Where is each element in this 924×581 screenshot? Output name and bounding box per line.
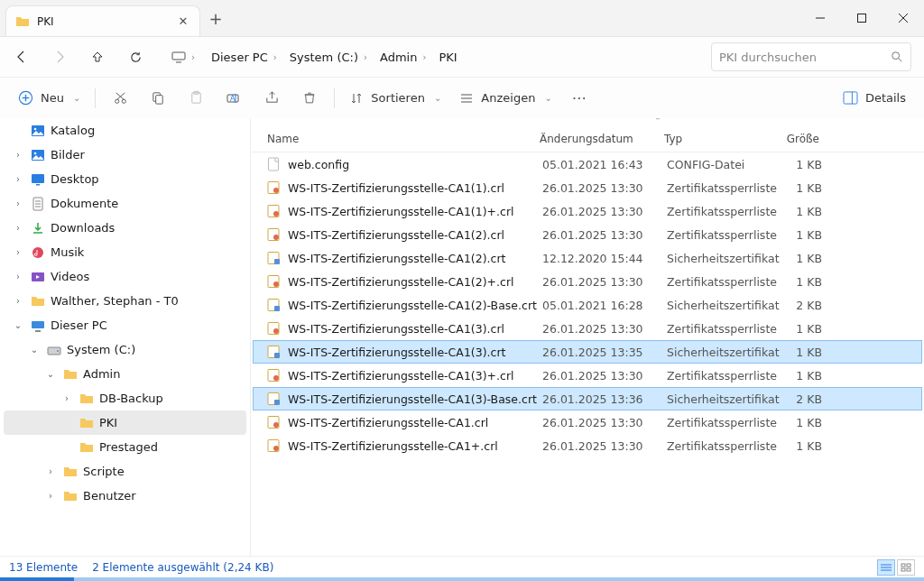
breadcrumb[interactable]: Dieser PC›System (C:)›Admin›PKI (202, 42, 709, 71)
tree-item[interactable]: ›Scripte (4, 459, 246, 484)
breadcrumb-segment[interactable]: Admin› (374, 44, 431, 69)
file-size: 1 KB (773, 158, 831, 171)
thumbnails-view-icon[interactable] (897, 559, 915, 576)
file-row[interactable]: web.config05.01.2021 16:43CONFIG-Datei1 … (253, 152, 922, 176)
tree-caret-icon[interactable]: › (11, 223, 25, 233)
file-row[interactable]: WS-ITS-Zertifizierungsstelle-CA1(3)+.crl… (253, 364, 922, 387)
tree-item[interactable]: ›Desktop (4, 167, 246, 191)
svg-line-7 (899, 59, 902, 62)
up-button[interactable] (79, 39, 116, 75)
tree-caret-icon[interactable]: › (11, 198, 25, 208)
tree-item[interactable]: ›Videos (4, 264, 246, 289)
tree-item[interactable]: ›Downloads (4, 216, 246, 240)
column-headers[interactable]: Name Änderungsdatum Typ Größe (251, 125, 924, 152)
cut-button[interactable] (103, 83, 137, 114)
file-row[interactable]: WS-ITS-Zertifizierungsstelle-CA1(2).crt1… (253, 246, 922, 270)
forward-button[interactable] (42, 39, 78, 75)
file-list[interactable]: web.config05.01.2021 16:43CONFIG-Datei1 … (251, 152, 924, 556)
refresh-button[interactable] (117, 39, 153, 75)
svg-line-14 (117, 93, 125, 100)
file-row[interactable]: WS-ITS-Zertifizierungsstelle-CA1(1).crl2… (253, 176, 922, 199)
file-size: 1 KB (773, 346, 831, 359)
breadcrumb-segment[interactable]: System (C:)› (284, 44, 373, 69)
tree-item[interactable]: ⌄System (C:) (4, 337, 246, 362)
sort-button[interactable]: Sortieren ⌄ (342, 83, 448, 114)
tree-caret-icon[interactable]: › (60, 393, 74, 403)
file-name: WS-ITS-Zertifizierungsstelle-CA1(1).crl (288, 181, 504, 195)
new-tab-button[interactable]: + (200, 9, 231, 28)
tree-caret-icon[interactable]: › (43, 491, 58, 501)
file-row[interactable]: WS-ITS-Zertifizierungsstelle-CA1(3)-Base… (253, 387, 922, 410)
details-view-icon[interactable] (877, 559, 895, 576)
tree-caret-icon[interactable]: ⌄ (27, 345, 42, 355)
tree-item[interactable]: ⌄Dieser PC (4, 313, 246, 337)
column-type[interactable]: Typ (664, 133, 771, 145)
chevron-right-icon: › (364, 52, 367, 62)
separator (95, 88, 96, 108)
tree-item[interactable]: ›Benutzer (4, 484, 246, 508)
overflow-button[interactable]: ⋯ (563, 83, 597, 114)
breadcrumb-root[interactable]: › (166, 44, 200, 69)
file-row[interactable]: WS-ITS-Zertifizierungsstelle-CA1(1)+.crl… (253, 199, 922, 223)
file-row[interactable]: WS-ITS-Zertifizierungsstelle-CA1(3).crt2… (253, 340, 922, 364)
file-row[interactable]: WS-ITS-Zertifizierungsstelle-CA1(3).crl2… (253, 317, 922, 340)
tree-item-label: Katalog (51, 124, 246, 137)
minimize-button[interactable] (799, 0, 841, 36)
tree-item[interactable]: ›Musik (4, 240, 246, 264)
file-row[interactable]: WS-ITS-Zertifizierungsstelle-CA1(2).crl2… (253, 223, 922, 246)
details-pane-button[interactable]: Details (836, 83, 913, 114)
maximize-button[interactable] (841, 0, 882, 36)
tree-item-label: Videos (51, 270, 246, 283)
tree-item[interactable]: ›DB-Backup (4, 386, 246, 410)
back-button[interactable] (4, 39, 40, 75)
file-date: 05.01.2021 16:43 (542, 158, 667, 171)
tree-item[interactable]: Katalog (4, 118, 246, 143)
file-row[interactable]: WS-ITS-Zertifizierungsstelle-CA1+.crl26.… (253, 434, 922, 457)
view-button[interactable]: Anzeigen ⌄ (452, 83, 559, 114)
tree-caret-icon[interactable]: › (11, 272, 25, 281)
tree-caret-icon[interactable]: › (11, 296, 25, 306)
tree-item[interactable]: ›Bilder (4, 143, 246, 167)
tree-item[interactable]: ›Walther, Stephan - T0 (4, 289, 246, 313)
share-button[interactable] (254, 83, 289, 114)
file-name: WS-ITS-Zertifizierungsstelle-CA1.crl (288, 416, 488, 429)
tree-caret-icon[interactable]: › (11, 150, 25, 160)
rename-button[interactable]: A (217, 83, 251, 114)
new-button[interactable]: Neu ⌄ (11, 83, 88, 114)
tree-item[interactable]: ⌄Admin (4, 362, 246, 386)
tree-caret-icon[interactable]: › (11, 247, 25, 257)
tab-close-button[interactable]: ✕ (176, 14, 190, 29)
tree-item-label: Desktop (51, 172, 246, 186)
tree-item[interactable]: PKI (4, 410, 246, 435)
tree-caret-icon[interactable]: › (43, 466, 58, 476)
breadcrumb-segment[interactable]: PKI (433, 44, 462, 69)
file-icon (266, 298, 281, 312)
file-row[interactable]: WS-ITS-Zertifizierungsstelle-CA1(2)-Base… (253, 293, 922, 317)
column-date[interactable]: Änderungsdatum (540, 133, 664, 145)
svg-point-45 (57, 350, 59, 352)
close-window-button[interactable] (882, 0, 924, 36)
nav-tree[interactable]: Katalog›Bilder›Desktop›Dokumente›Downloa… (0, 118, 251, 556)
breadcrumb-segment[interactable]: Dieser PC› (206, 44, 282, 69)
file-type: Zertifikatssperrliste (667, 369, 773, 383)
view-toggle[interactable] (877, 559, 915, 576)
column-size[interactable]: Größe (771, 133, 828, 145)
file-row[interactable]: WS-ITS-Zertifizierungsstelle-CA1(2)+.crl… (253, 270, 922, 293)
file-name: WS-ITS-Zertifizierungsstelle-CA1(1)+.crl (288, 205, 514, 218)
window-tab[interactable]: PKI ✕ (5, 5, 200, 36)
copy-button[interactable] (141, 83, 175, 114)
sort-button-label: Sortieren (371, 91, 425, 105)
search-field[interactable]: PKI durchsuchen (711, 42, 911, 71)
toolbar: Neu ⌄ A Sortieren ⌄ Anzeigen ⌄ ⋯ Details (0, 77, 924, 118)
tree-item[interactable]: ›Dokumente (4, 191, 246, 216)
svg-line-13 (116, 93, 125, 100)
tree-item[interactable]: Prestaged (4, 435, 246, 459)
column-name[interactable]: Name (251, 133, 540, 145)
paste-button[interactable] (179, 83, 213, 114)
tree-caret-icon[interactable]: › (11, 174, 25, 184)
delete-button[interactable] (292, 83, 327, 114)
tree-caret-icon[interactable]: ⌄ (11, 320, 25, 330)
file-row[interactable]: WS-ITS-Zertifizierungsstelle-CA1.crl26.0… (253, 410, 922, 434)
file-date: 26.01.2025 13:35 (542, 346, 667, 359)
tree-caret-icon[interactable]: ⌄ (43, 369, 58, 379)
